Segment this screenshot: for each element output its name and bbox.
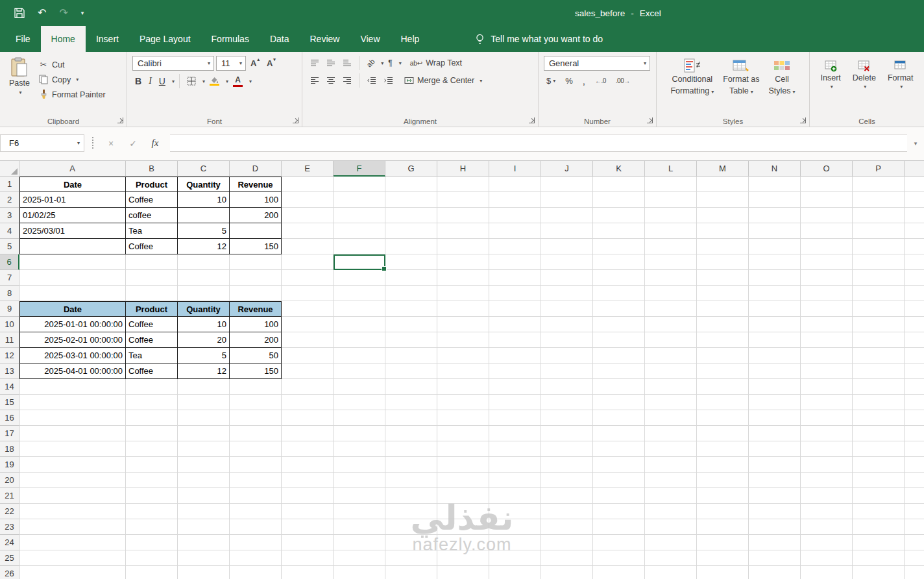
cell-O2[interactable] [801, 192, 853, 208]
cell-D21[interactable] [230, 488, 282, 504]
cell-P24[interactable] [853, 535, 905, 550]
cell-H18[interactable] [437, 441, 489, 457]
cell-J3[interactable] [541, 208, 593, 223]
cell-D5[interactable]: 150 [230, 239, 282, 254]
cell-N13[interactable] [749, 363, 801, 379]
cell-G9[interactable] [385, 301, 437, 317]
cell-N6[interactable] [749, 254, 801, 270]
cell-O6[interactable] [801, 254, 853, 270]
cell-I16[interactable] [489, 410, 541, 426]
cell-overflow21[interactable] [905, 488, 924, 504]
row-header-24[interactable]: 24 [0, 535, 19, 550]
cell-L20[interactable] [645, 473, 697, 488]
delete-cells-dropdown-icon[interactable]: ▾ [864, 84, 866, 90]
cell-P13[interactable] [853, 363, 905, 379]
cell-E13[interactable] [282, 363, 334, 379]
cell-G22[interactable] [385, 504, 437, 519]
cell-B19[interactable] [126, 457, 178, 473]
cell-N7[interactable] [749, 270, 801, 286]
currency-format-button[interactable]: $▾ [544, 75, 558, 87]
cell-B5[interactable]: Coffee [126, 239, 178, 254]
cell-M23[interactable] [697, 519, 749, 535]
cell-overflow20[interactable] [905, 473, 924, 488]
cell-A14[interactable] [19, 379, 126, 395]
cell-I8[interactable] [489, 286, 541, 301]
cell-C26[interactable] [178, 566, 230, 579]
cell-M22[interactable] [697, 504, 749, 519]
cell-overflow25[interactable] [905, 550, 924, 566]
cell-O13[interactable] [801, 363, 853, 379]
cell-C23[interactable] [178, 519, 230, 535]
cell-E14[interactable] [282, 379, 334, 395]
cell-N5[interactable] [749, 239, 801, 254]
cell-L16[interactable] [645, 410, 697, 426]
cell-styles-button[interactable]: Cell Styles▾ [764, 55, 799, 115]
cell-B6[interactable] [126, 254, 178, 270]
cell-D9[interactable]: Revenue [230, 301, 282, 317]
row-header-4[interactable]: 4 [0, 223, 19, 239]
cell-C3[interactable] [178, 208, 230, 223]
cell-M15[interactable] [697, 395, 749, 410]
cell-J14[interactable] [541, 379, 593, 395]
align-left-button[interactable] [308, 75, 322, 86]
cell-I18[interactable] [489, 441, 541, 457]
cell-D4[interactable] [230, 223, 282, 239]
cell-F14[interactable] [334, 379, 385, 395]
cell-A17[interactable] [19, 426, 126, 441]
cell-H3[interactable] [437, 208, 489, 223]
align-top-button[interactable] [308, 58, 322, 68]
cell-C16[interactable] [178, 410, 230, 426]
align-bottom-button[interactable] [340, 58, 354, 68]
cell-O10[interactable] [801, 317, 853, 332]
cell-K22[interactable] [593, 504, 645, 519]
cell-J10[interactable] [541, 317, 593, 332]
cell-J24[interactable] [541, 535, 593, 550]
insert-cells-button[interactable]: Insert ▾ [815, 55, 847, 115]
cell-D12[interactable]: 50 [230, 348, 282, 363]
cell-F24[interactable] [334, 535, 385, 550]
cell-I11[interactable] [489, 332, 541, 348]
wrap-text-button[interactable]: ab↩ Wrap Text [410, 58, 462, 68]
cell-P4[interactable] [853, 223, 905, 239]
cell-I26[interactable] [489, 566, 541, 579]
tab-review[interactable]: Review [300, 26, 350, 52]
cell-D18[interactable] [230, 441, 282, 457]
cell-O1[interactable] [801, 177, 853, 192]
cell-M4[interactable] [697, 223, 749, 239]
cell-H25[interactable] [437, 550, 489, 566]
cell-J21[interactable] [541, 488, 593, 504]
cell-B20[interactable] [126, 473, 178, 488]
cell-K21[interactable] [593, 488, 645, 504]
cell-overflow17[interactable] [905, 426, 924, 441]
cell-C14[interactable] [178, 379, 230, 395]
cell-E10[interactable] [282, 317, 334, 332]
row-header-5[interactable]: 5 [0, 239, 19, 254]
font-name-combo[interactable]: Calibri ▾ [132, 56, 214, 71]
cell-A12[interactable]: 2025-03-01 00:00:00 [19, 348, 126, 363]
row-header-20[interactable]: 20 [0, 473, 19, 488]
cell-L6[interactable] [645, 254, 697, 270]
cell-B7[interactable] [126, 270, 178, 286]
cell-E2[interactable] [282, 192, 334, 208]
orientation-dropdown-icon[interactable]: ▾ [381, 60, 383, 66]
underline-button[interactable]: U [156, 75, 168, 88]
cell-N23[interactable] [749, 519, 801, 535]
row-header-11[interactable]: 11 [0, 332, 19, 348]
cell-A11[interactable]: 2025-02-01 00:00:00 [19, 332, 126, 348]
cell-E8[interactable] [282, 286, 334, 301]
cell-E19[interactable] [282, 457, 334, 473]
cell-G3[interactable] [385, 208, 437, 223]
cell-C5[interactable]: 12 [178, 239, 230, 254]
cell-C8[interactable] [178, 286, 230, 301]
cell-F11[interactable] [334, 332, 385, 348]
cell-D3[interactable]: 200 [230, 208, 282, 223]
column-header-overflow[interactable] [905, 161, 924, 177]
reading-order-dropdown-icon[interactable]: ▾ [399, 60, 402, 66]
cell-N3[interactable] [749, 208, 801, 223]
tab-help[interactable]: Help [391, 26, 430, 52]
cell-J1[interactable] [541, 177, 593, 192]
cell-H14[interactable] [437, 379, 489, 395]
cell-P5[interactable] [853, 239, 905, 254]
cell-C2[interactable]: 10 [178, 192, 230, 208]
cell-E12[interactable] [282, 348, 334, 363]
